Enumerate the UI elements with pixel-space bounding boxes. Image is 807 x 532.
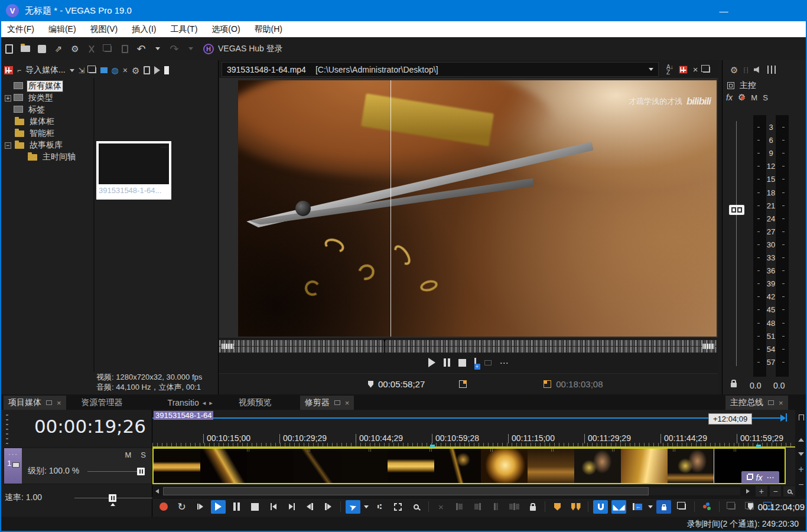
menu-item[interactable]: 视图(V) [83,21,125,37]
bus-solo-button[interactable]: S [763,93,768,102]
media-fx-icon[interactable] [144,66,150,74]
event-fx-button[interactable]: fx [756,473,763,482]
tree-item-智能柜[interactable]: 智能柜 [0,128,93,139]
mixer-faders-icon[interactable] [767,66,776,74]
track-level-handle[interactable] [137,468,145,475]
trimmer-history-icon[interactable] [679,66,687,73]
lock-event-button[interactable] [525,500,540,514]
new-project-icon[interactable] [1,41,17,57]
event-crop-icon[interactable] [747,475,752,480]
menu-item[interactable]: 选项(O) [204,21,247,37]
ignore-grouping-button[interactable] [675,500,689,514]
trimmer-video-frame[interactable]: 才疏学浅的才浅 bilibili [238,80,717,337]
tab-window-icon[interactable] [768,400,774,405]
tree-splitter[interactable] [93,78,95,372]
import-tab-icon[interactable]: ⌐ [17,67,21,74]
more-options-icon[interactable]: ⋯ [500,358,509,367]
save-icon[interactable] [34,41,50,57]
event-fx-overlay[interactable]: fx ⋯ [741,471,779,484]
tool-dropdown-icon[interactable] [364,505,369,508]
play-from-start-button[interactable] [193,500,207,514]
stop-button[interactable] [248,500,262,514]
file-dropdown-icon[interactable] [645,64,657,75]
color-grading-button[interactable] [699,500,714,514]
menu-item[interactable]: 插入(I) [125,21,163,37]
menu-item[interactable]: 工具(T) [163,21,204,37]
tab-scroll-left-icon[interactable]: ◂ [203,399,206,407]
scroll-left-button[interactable] [152,486,162,497]
trimmer-video-area[interactable]: 才疏学浅的才浅 bilibili [219,78,718,338]
trimmer-play-icon[interactable] [428,358,435,367]
bus-route-icon[interactable] [727,82,734,89]
event-more-icon[interactable]: ⋯ [766,473,774,482]
capture-photo-icon[interactable] [100,67,108,73]
timeline-vscrollbar[interactable]: + − [795,410,807,497]
extract-audio-icon[interactable] [89,67,96,73]
selection-tool-button[interactable] [391,500,405,514]
media-stop-icon[interactable] [164,66,169,74]
remove-media-icon[interactable]: × [123,66,128,74]
tree-expander-icon[interactable]: − [5,142,11,149]
trimmer-pause-icon[interactable] [444,358,450,367]
rate-handle[interactable] [109,494,116,502]
trimmer-waveform[interactable] [219,340,717,353]
settings-gear-icon[interactable]: ⚙ [67,41,83,57]
zoom-in-time-button[interactable]: + [756,486,767,497]
track-level-slider[interactable] [87,471,144,472]
trimmer-stop-icon[interactable] [458,359,466,367]
zoom-in-track-button[interactable]: + [795,464,807,475]
envelope-tool-button[interactable]: ⑆ [372,500,387,514]
tab-window-icon[interactable] [334,400,340,405]
minimize-button[interactable]: — [712,0,736,21]
pause-button[interactable] [229,500,244,514]
tab-close-icon[interactable]: × [57,399,61,407]
zoom-out-track-button[interactable]: − [795,479,807,490]
rate-slider[interactable] [74,498,152,498]
tree-expander-icon[interactable]: + [5,95,11,102]
track-solo-button[interactable]: S [141,451,146,459]
tree-item-故事板库[interactable]: −故事板库 [0,139,93,151]
tree-item-按类型[interactable]: +按类型 [0,92,93,104]
play-button[interactable] [211,500,226,514]
timeline-cursor-timecode[interactable]: 00:12:04;09 [758,502,805,512]
waveform-start-handle[interactable] [220,342,235,350]
vegas-hub-icon[interactable]: H [203,44,214,54]
get-media-web-icon[interactable]: ◍ [112,66,119,74]
bus-mute-button[interactable]: M [751,93,757,102]
float-window-icon[interactable] [703,67,710,73]
marker-tool-icon[interactable] [795,412,807,423]
audio-arrow-button[interactable]: ← [630,500,645,514]
clear-history-icon[interactable]: × [693,65,698,74]
undo-icon[interactable]: ↶ [134,41,149,57]
tab-explorer[interactable]: 资源管理器 [77,396,128,410]
menu-item[interactable]: 编辑(E) [41,21,83,37]
trimmer-cursor-timecode[interactable]: 00:05:58;27 [378,379,425,389]
insert-marker-button[interactable] [550,500,565,514]
meter-lock-icon[interactable] [731,380,737,389]
timeline-big-timecode[interactable]: 00:00:19;26 [34,416,146,437]
audio-device-icon[interactable] [754,66,762,73]
media-properties-gear-icon[interactable]: ⚙ [132,66,139,75]
bus-automation-gear-icon[interactable]: ⚙ [738,93,746,102]
add-to-timeline-icon[interactable]: + [474,357,476,368]
track-options-icon[interactable]: ··· [8,451,18,458]
edit-tool-button[interactable]: ➤ [346,500,360,514]
menu-item[interactable]: 文件(F) [0,21,41,37]
prev-frame-button[interactable] [302,500,317,514]
zoom-tool-transport-button[interactable] [409,500,424,514]
lock-envelopes-button[interactable] [656,500,671,514]
tab-video-preview[interactable]: 视频预览 [234,396,276,410]
undo-dropdown-icon[interactable] [150,41,165,57]
vegas-hub-login[interactable]: VEGAS Hub 登录 [218,44,283,54]
audio-dropdown-icon[interactable] [648,505,653,508]
import-dropdown-icon[interactable] [70,69,74,72]
tab-close-icon[interactable]: × [779,399,783,407]
panel-drag-handle[interactable] [6,414,8,445]
open-icon[interactable] [18,41,33,57]
tree-item-标签[interactable]: 标签 [0,104,93,116]
tree-item-主时间轴[interactable]: 主时间轴 [0,151,93,163]
zoom-out-time-button[interactable]: − [770,486,782,497]
timeline-hscrollbar[interactable]: + − [152,485,795,497]
tab-scroll-right-icon[interactable]: ▸ [209,399,213,407]
tab-window-icon[interactable] [46,400,52,405]
